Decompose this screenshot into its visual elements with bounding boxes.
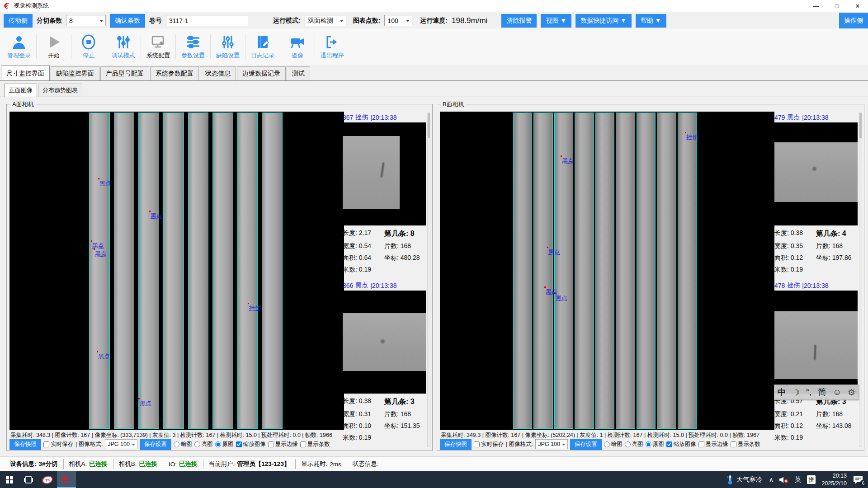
radio[interactable] xyxy=(215,441,221,447)
volume-muted-icon[interactable] xyxy=(779,476,788,483)
show-edge-checkbox[interactable]: 显示边缘 xyxy=(268,441,298,448)
tab-test[interactable]: 测试 xyxy=(287,66,310,80)
checkbox[interactable] xyxy=(666,441,672,447)
checkbox[interactable] xyxy=(731,441,736,447)
clear-alarm-button[interactable]: 清除报警 xyxy=(501,14,537,28)
defect-card[interactable]: 479 黑点 |20:13:38 长度: 0.38 第几条: 4 宽度: 0.3… xyxy=(774,113,858,278)
weather-widget[interactable]: 天气寒冷 xyxy=(727,475,762,485)
show-edge-checkbox[interactable]: 显示边缘 xyxy=(698,441,728,448)
notification-center-button[interactable]: 6 xyxy=(853,475,863,484)
defect-type: 黑点 xyxy=(787,113,800,122)
help-menu-button[interactable]: 帮助 ▼ xyxy=(636,14,666,28)
debug-mode-button[interactable]: 调试模式 xyxy=(106,34,141,60)
radio[interactable] xyxy=(194,441,200,447)
defect-thumbnail[interactable] xyxy=(343,291,426,394)
exit-program-button[interactable]: 退出程序 xyxy=(315,34,349,60)
operate-side-button[interactable]: 操作侧 xyxy=(839,13,868,28)
start-button[interactable]: 开始 xyxy=(37,34,71,60)
snipping-tool-button[interactable]: ✂ xyxy=(38,471,57,488)
subtab-trend-chart[interactable]: 分布趋势图表 xyxy=(38,84,82,97)
checkbox[interactable] xyxy=(300,441,306,447)
defect-thumbnail[interactable] xyxy=(774,291,858,394)
defect-card[interactable]: 366 黑点 |20:13:38 长度: 0.38 第几条: 3 宽度: 0.3… xyxy=(343,281,426,446)
radio[interactable] xyxy=(174,441,179,447)
defect-thumbnail[interactable] xyxy=(774,122,858,225)
data-quick-access-button[interactable]: 数据快捷访问 ▼ xyxy=(576,14,632,28)
roll-number-input[interactable]: 3117-1 xyxy=(166,15,248,26)
zoom-image-checkbox[interactable]: 缩放图像 xyxy=(666,441,696,448)
show-count-checkbox[interactable]: 显示条数 xyxy=(731,441,760,448)
radio[interactable] xyxy=(604,441,610,447)
ime-emoji-icon[interactable]: ☺ xyxy=(833,387,841,397)
defect-list-scrollbar[interactable] xyxy=(427,113,430,447)
checkbox[interactable] xyxy=(236,441,242,447)
vision-app-taskbar-button[interactable] xyxy=(57,471,76,488)
original-image-radio[interactable]: 原图 xyxy=(215,441,234,448)
ime-simplified-icon[interactable]: 简 xyxy=(818,386,826,398)
capture-button[interactable]: 摄像 xyxy=(280,34,315,60)
params-settings-button[interactable]: 参数设置 xyxy=(176,34,210,60)
tab-system-params-config[interactable]: 系统参数配置 xyxy=(150,66,199,80)
zoom-image-checkbox[interactable]: 缩放图像 xyxy=(236,441,266,448)
tab-status-info[interactable]: 状态信息 xyxy=(200,66,236,80)
language-indicator[interactable]: 英 xyxy=(794,475,801,484)
view-menu-button[interactable]: 视图 ▼ xyxy=(541,14,571,28)
bright-image-radio[interactable]: 亮图 xyxy=(194,441,213,448)
drive-side-button[interactable]: 传动侧 xyxy=(4,14,33,28)
subtab-front-image[interactable]: 正面图像 xyxy=(5,84,37,97)
dark-image-radio[interactable]: 暗图 xyxy=(604,441,623,448)
defect-marker-label: 挫伤 xyxy=(249,304,261,312)
save-settings-button[interactable]: 保存设置 xyxy=(570,439,602,450)
image-format-select[interactable]: JPG 100 xyxy=(535,439,568,449)
image-format-select[interactable]: JPG 100 xyxy=(105,439,137,449)
checkbox[interactable] xyxy=(268,441,274,447)
admin-login-button[interactable]: 管理登录 xyxy=(2,34,36,60)
app-logo-icon xyxy=(4,2,11,9)
chart-points-select[interactable]: 100 xyxy=(384,15,412,26)
radio[interactable] xyxy=(646,441,651,447)
close-button[interactable]: ✕ xyxy=(847,0,868,12)
start-button[interactable] xyxy=(0,471,19,488)
tab-product-model-config[interactable]: 产品型号配置 xyxy=(100,66,149,80)
save-settings-button[interactable]: 保存设置 xyxy=(140,439,171,450)
ime-punctuation-icon[interactable]: °, xyxy=(806,387,811,397)
tab-defect-monitor[interactable]: 缺陷监控界面 xyxy=(51,66,99,80)
show-count-checkbox[interactable]: 显示条数 xyxy=(300,441,330,448)
defect-card[interactable]: 478 挫伤 |20:13:38 长度: 0.57 第几条: 3 宽度: 0.2… xyxy=(774,281,858,446)
defect-settings-button[interactable]: 缺陷设置 xyxy=(211,34,245,60)
save-snapshot-button[interactable]: 保存快照 xyxy=(440,439,472,450)
confirm-count-button[interactable]: 确认条数 xyxy=(110,14,145,28)
log-record-button[interactable]: 日志记录 xyxy=(245,34,280,60)
defect-thumbnail[interactable] xyxy=(343,122,426,225)
checkbox[interactable] xyxy=(474,441,480,447)
maximize-button[interactable]: □ xyxy=(826,0,847,12)
radio[interactable] xyxy=(625,441,631,447)
hidden-icons-chevron[interactable]: ∧ xyxy=(769,476,774,484)
clock[interactable]: 20:13 2025/2/10 xyxy=(821,472,847,487)
checkbox[interactable] xyxy=(698,441,704,447)
run-mode-select[interactable]: 双面检测 xyxy=(305,15,346,26)
realtime-save-checkbox[interactable]: 实时保存 xyxy=(43,441,73,448)
realtime-save-checkbox[interactable]: 实时保存 xyxy=(474,441,504,448)
task-view-button[interactable] xyxy=(19,471,38,488)
ime-fullmoon-icon[interactable]: ☽ xyxy=(792,387,800,398)
save-snapshot-button[interactable]: 保存快照 xyxy=(9,439,41,450)
ime-pinyin-icon[interactable]: 拼 xyxy=(807,475,816,484)
tab-edge-data-record[interactable]: 边缘数据记录 xyxy=(237,66,286,80)
defect-card[interactable]: 367 挫伤 |20:13:38 长度: 2.17 第几条: 8 宽度: 0.5… xyxy=(343,113,426,278)
ime-chinese-mode-icon[interactable]: 中 xyxy=(778,387,786,398)
ime-settings-gear-icon[interactable]: ⚙ xyxy=(848,387,855,398)
bright-image-radio[interactable]: 亮图 xyxy=(625,441,643,448)
camera-a-image[interactable]: 黑点 黑点 黑点 黑点 挫伤 黑点 黑点 xyxy=(9,112,344,430)
original-image-radio[interactable]: 原图 xyxy=(646,441,664,448)
defect-width: 0.31 xyxy=(359,410,371,418)
camera-b-image[interactable]: 挫伤 黑点 黑点 黑点 黑点 xyxy=(440,112,774,430)
minimize-button[interactable]: — xyxy=(806,0,826,12)
stop-button[interactable]: 停止 xyxy=(71,34,106,60)
dark-image-radio[interactable]: 暗图 xyxy=(174,441,192,448)
system-config-button[interactable]: 系统配置 xyxy=(141,34,175,60)
checkbox[interactable] xyxy=(43,441,49,447)
tab-size-monitor[interactable]: 尺寸监控界面 xyxy=(1,66,50,80)
slit-count-select[interactable]: 8 xyxy=(66,15,106,26)
defect-list-scrollbar[interactable] xyxy=(859,113,862,447)
